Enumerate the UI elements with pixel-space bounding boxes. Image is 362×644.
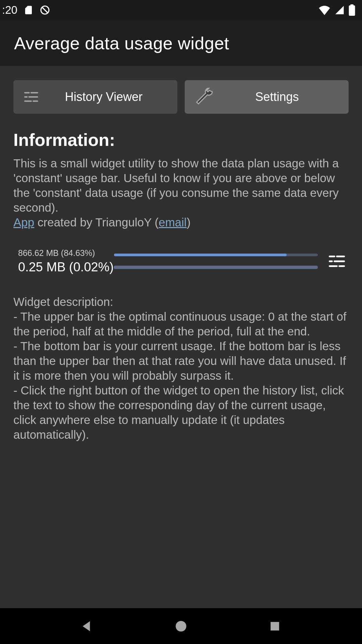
clock-text: :20	[2, 4, 17, 16]
home-button[interactable]	[171, 616, 191, 636]
widget-current-text: 0.25 MB (0.02%)	[18, 260, 114, 274]
widget-text-area[interactable]: 866.62 MB (84.63%) 0.25 MB (0.02%)	[13, 248, 114, 274]
sd-card-icon	[23, 5, 34, 15]
widget-optimal-bar	[114, 254, 318, 256]
settings-button[interactable]: Settings	[185, 80, 349, 114]
app-link[interactable]: App	[13, 216, 34, 229]
widget-description-heading: Widget description:	[13, 294, 349, 309]
widget-bars	[114, 254, 318, 269]
created-by-mid: created by TrianguloY (	[34, 216, 159, 229]
svg-point-16	[176, 621, 186, 632]
widget-description: Widget description: - The upper bar is t…	[13, 294, 349, 442]
page-title: Average data usage widget	[14, 33, 229, 53]
wifi-icon	[318, 5, 330, 15]
back-button[interactable]	[77, 616, 97, 636]
recents-button[interactable]	[265, 616, 285, 636]
history-icon	[23, 89, 40, 105]
status-right	[318, 4, 355, 16]
widget-description-bullet-2: - The bottom bar is your current usage. …	[13, 339, 349, 383]
app-bar: Average data usage widget	[0, 20, 362, 66]
information-body-text: This is a small widget utility to show t…	[13, 157, 339, 214]
recents-icon	[269, 621, 281, 632]
history-list-icon	[327, 252, 347, 271]
status-left: :20	[2, 4, 50, 16]
battery-icon	[349, 4, 355, 16]
widget-optimal-bar-fill	[114, 254, 287, 256]
home-icon	[175, 620, 187, 633]
information-heading: Information:	[13, 130, 349, 150]
android-status-bar: :20	[0, 0, 362, 20]
svg-rect-2	[349, 5, 355, 16]
content-area: History Viewer Settings Information: Thi…	[0, 66, 362, 442]
information-body: This is a small widget utility to show t…	[13, 156, 349, 230]
do-not-disturb-icon	[40, 5, 50, 15]
top-button-row: History Viewer Settings	[13, 66, 349, 130]
widget-optimal-text: 866.62 MB (84.63%)	[18, 248, 95, 258]
widget-description-bullet-1: - The upper bar is the optimal continuou…	[13, 309, 349, 339]
settings-label: Settings	[215, 90, 349, 104]
back-icon	[80, 620, 94, 633]
cell-signal-icon	[335, 5, 345, 15]
android-nav-bar	[0, 608, 362, 644]
wrench-icon	[194, 87, 215, 107]
svg-line-1	[42, 7, 48, 13]
widget-history-button[interactable]	[325, 250, 349, 273]
widget-current-bar	[114, 266, 318, 269]
svg-rect-17	[270, 622, 279, 631]
widget-description-bullet-3: - Click the right button of the widget t…	[13, 383, 349, 442]
created-by-post: )	[187, 216, 191, 229]
history-viewer-button[interactable]: History Viewer	[13, 80, 177, 114]
email-link[interactable]: email	[159, 216, 187, 229]
history-viewer-label: History Viewer	[40, 90, 177, 104]
svg-rect-3	[350, 4, 353, 6]
widget-preview[interactable]: 866.62 MB (84.63%) 0.25 MB (0.02%)	[13, 248, 349, 274]
